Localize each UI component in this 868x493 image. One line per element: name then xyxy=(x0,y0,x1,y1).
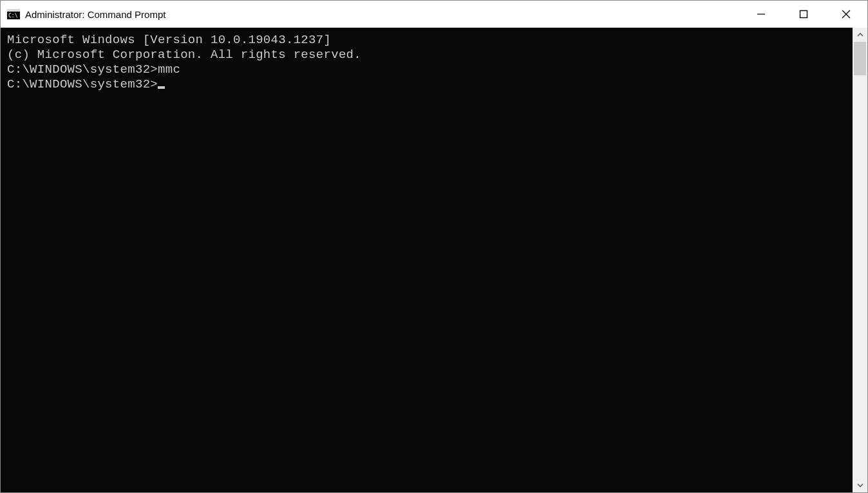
vertical-scrollbar[interactable] xyxy=(853,28,867,492)
window-controls xyxy=(740,1,867,28)
titlebar[interactable]: C:\ Administrator: Command Prompt xyxy=(1,1,867,28)
svg-rect-4 xyxy=(800,11,807,18)
terminal-line: (c) Microsoft Corporation. All rights re… xyxy=(7,48,853,62)
cmd-app-icon: C:\ xyxy=(7,8,20,20)
cursor xyxy=(158,86,165,89)
scroll-up-button[interactable] xyxy=(853,28,867,42)
prompt-path: C:\WINDOWS\system32> xyxy=(7,62,158,77)
window-title: Administrator: Command Prompt xyxy=(25,9,165,20)
content-row: Microsoft Windows [Version 10.0.19043.12… xyxy=(1,28,867,492)
maximize-button[interactable] xyxy=(782,1,825,28)
close-button[interactable] xyxy=(825,1,867,28)
terminal-prompt-line: C:\WINDOWS\system32>mmc xyxy=(7,62,853,77)
minimize-button[interactable] xyxy=(740,1,782,28)
scrollbar-thumb[interactable] xyxy=(854,42,866,75)
scroll-down-button[interactable] xyxy=(853,478,867,492)
command-prompt-window: C:\ Administrator: Command Prompt Micros… xyxy=(0,0,868,493)
prompt-path: C:\WINDOWS\system32> xyxy=(7,77,158,91)
svg-rect-1 xyxy=(7,9,20,12)
scrollbar-track[interactable] xyxy=(853,42,867,478)
svg-text:C:\: C:\ xyxy=(8,13,18,19)
terminal-prompt-line: C:\WINDOWS\system32> xyxy=(7,77,853,92)
prompt-command: mmc xyxy=(158,62,180,77)
terminal-area[interactable]: Microsoft Windows [Version 10.0.19043.12… xyxy=(1,28,853,492)
terminal-line: Microsoft Windows [Version 10.0.19043.12… xyxy=(7,33,853,48)
